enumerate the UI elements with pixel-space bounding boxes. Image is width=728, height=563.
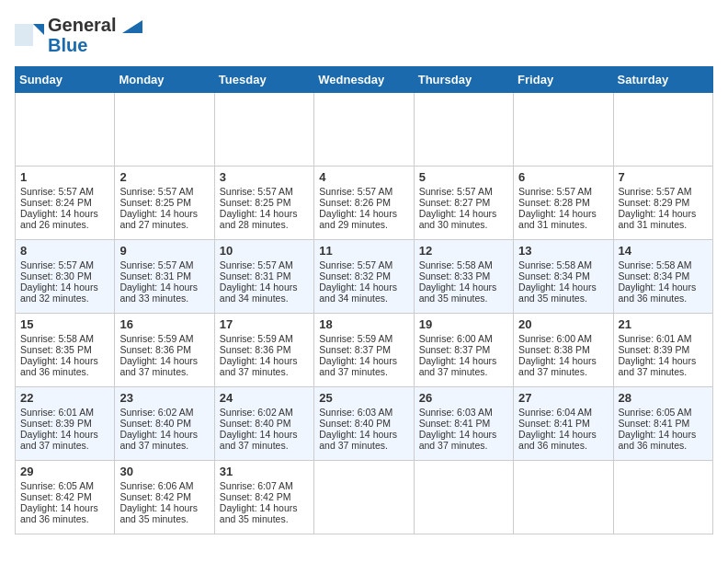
week-row-5: 29Sunrise: 6:05 AMSunset: 8:42 PMDayligh…: [16, 461, 713, 534]
calendar-cell: [314, 461, 414, 534]
day-number: 25: [319, 391, 408, 405]
calendar-cell: 29Sunrise: 6:05 AMSunset: 8:42 PMDayligh…: [16, 461, 115, 534]
calendar-cell: [214, 93, 313, 167]
calendar-cell: 16Sunrise: 5:59 AMSunset: 8:36 PMDayligh…: [115, 314, 214, 387]
calendar-cell: [514, 461, 613, 534]
week-row-3: 15Sunrise: 5:58 AMSunset: 8:35 PMDayligh…: [16, 314, 713, 387]
day-number: 17: [220, 317, 309, 331]
calendar-cell: 18Sunrise: 5:59 AMSunset: 8:37 PMDayligh…: [314, 314, 414, 387]
calendar-cell: 27Sunrise: 6:04 AMSunset: 8:41 PMDayligh…: [514, 387, 613, 461]
day-number: 3: [220, 170, 309, 184]
cell-info: Sunset: 8:27 PM: [419, 197, 508, 208]
cell-info: Sunrise: 6:01 AM: [619, 333, 708, 344]
day-number: 5: [419, 170, 508, 184]
cell-info: Daylight: 14 hours and 26 minutes.: [20, 208, 109, 230]
cell-info: Sunset: 8:39 PM: [20, 418, 109, 429]
day-number: 29: [20, 465, 109, 478]
day-number: 16: [119, 317, 209, 331]
cell-info: Sunrise: 6:03 AM: [319, 407, 408, 418]
cell-info: Sunrise: 6:05 AM: [619, 407, 708, 418]
cell-info: Sunset: 8:40 PM: [319, 418, 408, 429]
cell-info: Daylight: 14 hours and 36 minutes.: [619, 282, 708, 304]
cell-info: Daylight: 14 hours and 35 minutes.: [419, 282, 508, 304]
cell-info: Sunrise: 5:58 AM: [619, 259, 708, 270]
cell-info: Sunrise: 5:57 AM: [319, 186, 408, 197]
cell-info: Sunrise: 5:57 AM: [220, 186, 309, 197]
header-monday: Monday: [115, 67, 214, 93]
cell-info: Sunrise: 6:07 AM: [220, 480, 309, 491]
cell-info: Daylight: 14 hours and 37 minutes.: [220, 429, 309, 451]
cell-info: Sunset: 8:37 PM: [419, 344, 508, 355]
week-row-1: 1Sunrise: 5:57 AMSunset: 8:24 PMDaylight…: [16, 167, 713, 240]
cell-info: Sunset: 8:34 PM: [619, 270, 708, 282]
cell-info: Sunset: 8:29 PM: [619, 197, 708, 208]
cell-info: Daylight: 14 hours and 37 minutes.: [319, 355, 408, 377]
cell-info: Sunset: 8:35 PM: [20, 344, 109, 355]
calendar-cell: 8Sunrise: 5:57 AMSunset: 8:30 PMDaylight…: [16, 240, 115, 314]
week-row-2: 8Sunrise: 5:57 AMSunset: 8:30 PMDaylight…: [16, 240, 713, 314]
cell-info: Daylight: 14 hours and 37 minutes.: [20, 429, 109, 451]
cell-info: Daylight: 14 hours and 37 minutes.: [419, 355, 508, 377]
cell-info: Sunrise: 5:57 AM: [619, 186, 708, 197]
week-row-0: [16, 93, 713, 167]
calendar-cell: 22Sunrise: 6:01 AMSunset: 8:39 PMDayligh…: [16, 387, 115, 461]
cell-info: Sunset: 8:31 PM: [220, 270, 309, 282]
cell-info: Sunrise: 5:57 AM: [419, 186, 508, 197]
calendar-cell: 23Sunrise: 6:02 AMSunset: 8:40 PMDayligh…: [115, 387, 214, 461]
cell-info: Daylight: 14 hours and 35 minutes.: [220, 502, 309, 524]
calendar-cell: 11Sunrise: 5:57 AMSunset: 8:32 PMDayligh…: [314, 240, 414, 314]
calendar-cell: [16, 93, 115, 167]
day-number: 7: [619, 170, 708, 184]
header-thursday: Thursday: [414, 67, 513, 93]
calendar-cell: 19Sunrise: 6:00 AMSunset: 8:37 PMDayligh…: [414, 314, 513, 387]
cell-info: Sunset: 8:39 PM: [619, 344, 708, 355]
cell-info: Sunset: 8:24 PM: [20, 197, 109, 208]
day-number: 30: [119, 465, 209, 478]
cell-info: Daylight: 14 hours and 37 minutes.: [220, 355, 309, 377]
cell-info: Daylight: 14 hours and 28 minutes.: [220, 208, 309, 230]
cell-info: Sunset: 8:36 PM: [119, 344, 209, 355]
cell-info: Sunrise: 6:02 AM: [119, 407, 209, 418]
cell-info: Daylight: 14 hours and 37 minutes.: [419, 429, 508, 451]
cell-info: Sunset: 8:40 PM: [220, 418, 309, 429]
day-number: 9: [119, 244, 209, 258]
cell-info: Sunrise: 5:57 AM: [119, 186, 209, 197]
cell-info: Sunset: 8:42 PM: [220, 491, 309, 502]
cell-info: Daylight: 14 hours and 27 minutes.: [119, 208, 209, 230]
cell-info: Daylight: 14 hours and 37 minutes.: [319, 429, 408, 451]
calendar-cell: 9Sunrise: 5:57 AMSunset: 8:31 PMDaylight…: [115, 240, 214, 314]
cell-info: Daylight: 14 hours and 30 minutes.: [419, 208, 508, 230]
day-number: 19: [419, 317, 508, 331]
svg-rect-1: [15, 24, 33, 46]
cell-info: Sunset: 8:41 PM: [518, 418, 608, 429]
calendar-cell: 12Sunrise: 5:58 AMSunset: 8:33 PMDayligh…: [414, 240, 513, 314]
cell-info: Daylight: 14 hours and 36 minutes.: [619, 429, 708, 451]
calendar-cell: [613, 93, 712, 167]
day-number: 22: [20, 391, 109, 405]
day-number: 27: [518, 391, 608, 405]
calendar-table: SundayMondayTuesdayWednesdayThursdayFrid…: [15, 66, 713, 534]
day-number: 31: [220, 465, 309, 478]
calendar-cell: [514, 93, 613, 167]
cell-info: Sunset: 8:33 PM: [419, 270, 508, 282]
day-number: 21: [619, 317, 708, 331]
cell-info: Daylight: 14 hours and 31 minutes.: [619, 208, 708, 230]
logo-icon: [15, 20, 44, 50]
cell-info: Sunset: 8:40 PM: [119, 418, 209, 429]
calendar-cell: 7Sunrise: 5:57 AMSunset: 8:29 PMDaylight…: [613, 167, 712, 240]
day-number: 4: [319, 170, 408, 184]
header-sunday: Sunday: [16, 67, 115, 93]
day-number: 11: [319, 244, 408, 258]
cell-info: Sunset: 8:34 PM: [518, 270, 608, 282]
cell-info: Sunrise: 6:06 AM: [119, 480, 209, 491]
calendar-cell: [414, 93, 513, 167]
header-friday: Friday: [514, 67, 613, 93]
day-number: 20: [518, 317, 608, 331]
calendar-cell: 26Sunrise: 6:03 AMSunset: 8:41 PMDayligh…: [414, 387, 513, 461]
day-number: 23: [119, 391, 209, 405]
cell-info: Sunrise: 5:58 AM: [518, 259, 608, 270]
logo: General Blue: [15, 15, 142, 55]
logo-blue: Blue: [48, 35, 142, 55]
cell-info: Sunset: 8:37 PM: [319, 344, 408, 355]
cell-info: Sunrise: 5:57 AM: [20, 259, 109, 270]
